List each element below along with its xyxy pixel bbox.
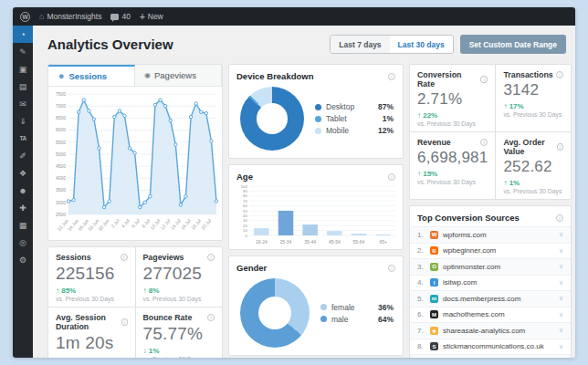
sidebar-item-dashboard[interactable]: ◔ <box>13 26 33 43</box>
legend-dot-icon <box>315 128 321 134</box>
svg-text:2 Jul: 2 Jul <box>110 218 120 229</box>
svg-text:40: 40 <box>243 214 247 218</box>
favicon-icon: I <box>430 278 438 287</box>
stat-value: 75.77% <box>143 324 215 344</box>
svg-text:12 Jul: 12 Jul <box>159 218 171 231</box>
conversion-source-row[interactable]: 6.Mmachothemes.com∨ <box>410 307 571 323</box>
stat-value: 3142 <box>503 81 563 99</box>
legend-label: Mobile <box>326 126 349 135</box>
sidebar-item-plugins[interactable]: ❖ <box>13 164 33 182</box>
posts-icon: ✎ <box>19 47 26 57</box>
svg-text:45-54: 45-54 <box>329 239 341 245</box>
conversion-source-row[interactable]: 2.Bwpbeginner.com∨ <box>410 243 571 259</box>
sidebar-item-posts[interactable]: ✎ <box>13 43 33 60</box>
info-icon[interactable]: i <box>207 314 215 321</box>
last-30-days-button[interactable]: Last 30 days <box>390 36 453 53</box>
info-icon[interactable]: i <box>207 254 215 261</box>
sidebar-item-media[interactable]: ▣ <box>13 60 33 78</box>
new-content-menu[interactable]: + New <box>140 12 163 22</box>
sidebar-item-gear[interactable]: ⚙ <box>13 251 33 268</box>
source-domain: stickmancommunications.co.uk <box>443 342 559 350</box>
site-menu[interactable]: ⌂ MonsterInsights <box>39 12 101 21</box>
comments-menu[interactable]: 40 <box>110 12 130 21</box>
info-icon[interactable]: i <box>121 254 128 261</box>
svg-text:60: 60 <box>243 203 247 208</box>
chevron-down-icon[interactable]: ∨ <box>559 231 563 238</box>
favicon-icon: ★ <box>430 327 438 335</box>
home-icon: ⌂ <box>39 12 44 21</box>
tab-pageviews[interactable]: ◉ Pageviews <box>135 65 222 86</box>
legend-row: Desktop87% <box>315 102 394 111</box>
svg-text:2500: 2500 <box>56 212 66 217</box>
stat-card-sessions: Sessionsi225156↑ 85%vs. Previous 30 Days <box>48 247 135 307</box>
svg-text:7000: 7000 <box>56 103 66 109</box>
sidebar-item-ta-plugin[interactable]: TA <box>13 130 33 147</box>
info-icon[interactable]: i <box>388 265 395 272</box>
legend-label: male <box>331 315 348 324</box>
card-title: Top Conversion Sources <box>417 213 520 223</box>
svg-text:14 Jul: 14 Jul <box>169 218 181 231</box>
conversion-source-row[interactable]: 3.Ooptinmonster.com∨ <box>410 258 571 275</box>
person-icon: ☻ <box>58 72 65 80</box>
chevron-down-icon[interactable]: ∨ <box>559 343 563 350</box>
insights-icon: ◎ <box>19 238 26 247</box>
info-icon[interactable]: i <box>388 73 395 80</box>
stat-caption: vs. Previous 30 Days <box>143 356 215 358</box>
info-icon[interactable]: i <box>388 173 395 181</box>
browser-window: W ⌂ MonsterInsights 40 + New ◔✎▣▤✉⇓TA✐❖☻… <box>13 7 575 358</box>
stat-value: 1m 20s <box>56 333 128 353</box>
info-icon[interactable]: i <box>557 143 563 151</box>
legend-value: 1% <box>383 114 394 123</box>
source-rank: 7. <box>417 327 430 335</box>
stat-value: 2.71% <box>417 90 488 109</box>
sidebar-item-users[interactable]: ☻ <box>13 182 33 199</box>
legend-row: Tablet1% <box>315 114 394 123</box>
conversion-source-row[interactable]: 7.★shareasale-analytics.com∨ <box>410 322 571 339</box>
site-name: MonsterInsights <box>47 12 101 21</box>
conversion-source-row[interactable]: 1.Wwpforms.com∨ <box>410 226 571 243</box>
stat-caption: vs. Previous 30 Days <box>503 188 563 194</box>
device-donut-chart <box>240 87 304 151</box>
conversion-source-row[interactable]: 5.mdocs.memberpress.com∨ <box>410 290 571 307</box>
info-icon[interactable]: i <box>480 139 488 146</box>
legend-label: female <box>331 303 355 312</box>
users-icon: ☻ <box>18 186 26 195</box>
chevron-down-icon[interactable]: ∨ <box>559 279 563 287</box>
sidebar-item-pages[interactable]: ▤ <box>13 78 33 95</box>
source-domain: docs.memberpress.com <box>443 295 559 303</box>
sidebar-item-appearance[interactable]: ✐ <box>13 147 33 164</box>
last-7-days-button[interactable]: Last 7 days <box>331 36 389 53</box>
stat-title: Pageviews <box>143 253 184 262</box>
info-icon[interactable]: i <box>480 76 488 83</box>
source-domain: machothemes.com <box>443 310 559 318</box>
set-custom-date-range-button[interactable]: Set Custom Date Range <box>460 35 566 54</box>
svg-text:4000: 4000 <box>56 175 66 181</box>
sidebar-item-tools[interactable]: ✚ <box>13 199 33 216</box>
sessions-line-chart: 7500700065006000550050004500400035003000… <box>48 87 222 241</box>
appearance-icon: ✐ <box>19 151 26 161</box>
sidebar-item-downloads[interactable]: ⇓ <box>13 112 33 130</box>
sidebar-item-insights[interactable]: ◎ <box>13 234 33 251</box>
svg-text:4 Jul: 4 Jul <box>120 218 130 229</box>
sidebar-item-comments[interactable]: ✉ <box>13 95 33 112</box>
chevron-down-icon[interactable]: ∨ <box>559 327 563 334</box>
legend-value: 64% <box>378 315 394 324</box>
chevron-down-icon[interactable]: ∨ <box>559 311 563 318</box>
wp-logo-menu[interactable]: W <box>20 12 30 22</box>
dashboard-icon: ◔ <box>20 30 25 39</box>
stat-caption: vs. Previous 30 Days <box>143 296 215 302</box>
source-domain: wpforms.com <box>443 231 559 239</box>
stat-change: ↑ 17% <box>503 102 563 110</box>
chevron-down-icon[interactable]: ∨ <box>559 263 563 270</box>
chevron-down-icon[interactable]: ∨ <box>559 247 563 255</box>
conversion-source-row[interactable]: 9.●mindsuppliers.com∨ <box>410 354 571 358</box>
tab-sessions[interactable]: ☻ Sessions <box>48 65 135 86</box>
info-icon[interactable]: i <box>121 318 128 326</box>
conversion-source-row[interactable]: 4.Iisitwp.com∨ <box>410 275 571 291</box>
chevron-down-icon[interactable]: ∨ <box>559 295 563 302</box>
legend-row: female36% <box>320 303 394 312</box>
info-icon[interactable]: i <box>556 71 563 78</box>
conversion-source-row[interactable]: 8.Sstickmancommunications.co.uk∨ <box>410 339 571 355</box>
info-icon[interactable]: i <box>556 214 563 222</box>
sidebar-item-settings[interactable]: ▦ <box>13 216 33 234</box>
